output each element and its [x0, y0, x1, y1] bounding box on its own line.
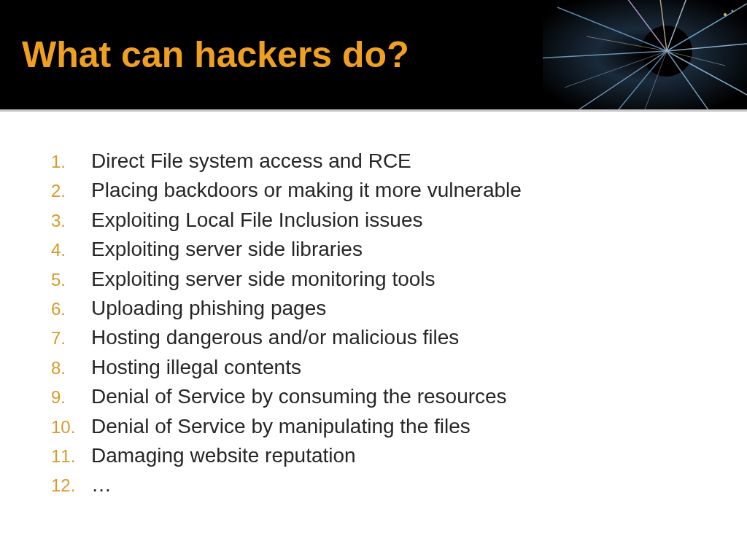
- list-item: Hosting dangerous and/or malicious files: [51, 324, 703, 351]
- list-item: Uploading phishing pages: [51, 295, 703, 322]
- svg-point-17: [724, 13, 727, 16]
- shattered-glass-image: [543, 0, 747, 109]
- numbered-list: Direct File system access and RCE Placin…: [51, 148, 703, 499]
- svg-point-18: [732, 10, 734, 12]
- list-item: Exploiting Local File Inclusion issues: [51, 207, 703, 233]
- list-item: Direct File system access and RCE: [51, 148, 703, 174]
- slide-header: What can hackers do?: [0, 0, 747, 109]
- list-item: …: [51, 472, 703, 498]
- slide-content: Direct File system access and RCE Placin…: [0, 112, 747, 531]
- shatter-icon: [543, 0, 747, 109]
- list-item: Damaging website reputation: [51, 443, 703, 469]
- list-item: Hosting illegal contents: [51, 354, 703, 381]
- list-item: Denial of Service by consuming the resou…: [51, 384, 703, 410]
- list-item: Denial of Service by manipulating the fi…: [51, 413, 703, 440]
- slide-title: What can hackers do?: [22, 34, 409, 76]
- list-item: Placing backdoors or making it more vuln…: [51, 177, 703, 203]
- list-item: Exploiting server side monitoring tools: [51, 266, 703, 292]
- list-item: Exploiting server side libraries: [51, 236, 703, 262]
